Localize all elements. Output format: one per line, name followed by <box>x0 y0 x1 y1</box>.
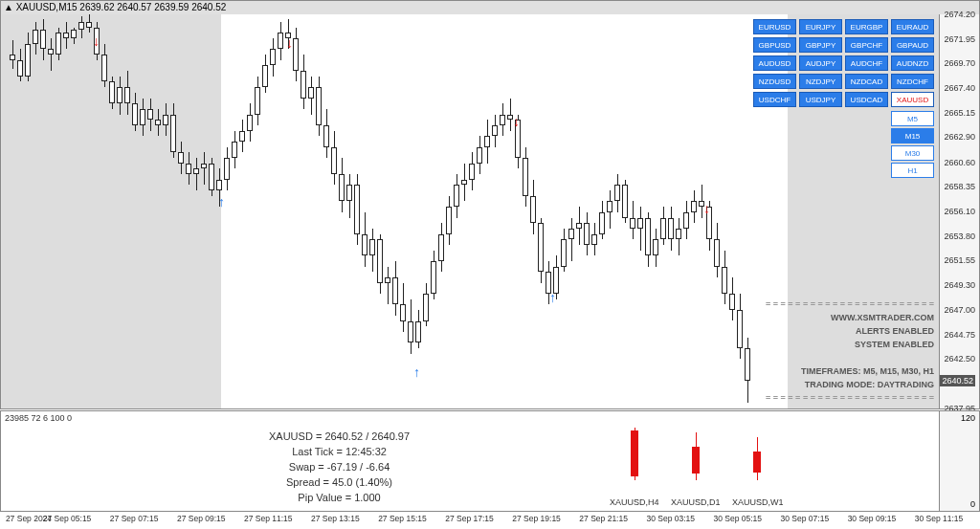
symbol-btn-nzdchf[interactable]: NZDCHF <box>891 74 934 89</box>
indicator-panel: 23985 72 6 100 0 120 0 XAUUSD = 2640.52 … <box>0 410 980 512</box>
indicator-title: 23985 72 6 100 0 <box>5 413 72 423</box>
symbol-btn-usdjpy[interactable]: USDJPY <box>799 92 842 107</box>
chart-title: ▲ XAUUSD,M15 2639.62 2640.57 2639.59 264… <box>4 2 226 12</box>
symbol-btn-gbpusd[interactable]: GBPUSD <box>753 37 796 53</box>
symbol-btn-eurjpy[interactable]: EURJPY <box>799 19 842 34</box>
symbol-btn-audnzd[interactable]: AUDNZD <box>891 55 934 71</box>
info-pip: Pip Value = 1.000 <box>269 490 410 505</box>
info-alerts: ALERTS ENABLED <box>856 326 934 336</box>
symbol-btn-gbpchf[interactable]: GBPCHF <box>845 37 888 53</box>
symbol-btn-gbpjpy[interactable]: GBPJPY <box>799 37 842 53</box>
tf-btn-h1[interactable]: H1 <box>891 163 934 178</box>
symbol-btn-gbpaud[interactable]: GBPAUD <box>891 37 934 53</box>
symbol-btn-eurusd[interactable]: EURUSD <box>753 19 796 34</box>
main-chart-panel: ▲ XAUUSD,M15 2639.62 2640.57 2639.59 264… <box>0 0 980 409</box>
symbol-btn-usdchf[interactable]: USDCHF <box>753 92 796 107</box>
info-timeframes: TIMEFRAMES: M5, M15, M30, H1 <box>801 366 934 376</box>
mtf-d1: XAUUSD,D1 <box>671 423 719 509</box>
tf-btn-m5[interactable]: M5 <box>891 111 934 126</box>
symbol-btn-nzdcad[interactable]: NZDCAD <box>845 74 888 89</box>
symbol-panel: EURUSDEURJPYEURGBPEURAUDGBPUSDGBPJPYGBPC… <box>753 19 934 180</box>
info-center: XAUUSD = 2640.52 / 2640.97 Last Tick = 1… <box>269 429 410 505</box>
symbol-btn-xauusd[interactable]: XAUUSD <box>891 92 934 107</box>
sell-arrow-icon: ↓ <box>513 114 520 129</box>
info-pair: XAUUSD = 2640.52 / 2640.97 <box>269 429 410 444</box>
info-swap: Swap = -67.19 / -6.64 <box>269 459 410 474</box>
indicator-yaxis: 120 0 <box>939 411 979 511</box>
sell-arrow-icon: ↓ <box>703 201 710 216</box>
tf-btn-m30[interactable]: M30 <box>891 145 934 161</box>
symbol-btn-euraud[interactable]: EURAUD <box>891 19 934 34</box>
info-tick: Last Tick = 12:45:32 <box>269 444 410 459</box>
info-divider-top: = = = = = = = = = = = = = = = = = = = = … <box>766 299 934 309</box>
buy-arrow-icon: ↑ <box>549 290 556 305</box>
mtf-w1: XAUUSD,W1 <box>732 423 780 509</box>
sell-arrow-icon: ↓ <box>286 35 293 51</box>
symbol-btn-nzdjpy[interactable]: NZDJPY <box>799 74 842 89</box>
symbol-btn-nzdusd[interactable]: NZDUSD <box>753 74 796 89</box>
buy-arrow-icon: ↑ <box>413 364 420 380</box>
symbol-btn-audusd[interactable]: AUDUSD <box>753 55 796 71</box>
symbol-btn-usdcad[interactable]: USDCAD <box>845 92 888 107</box>
info-divider-bot: = = = = = = = = = = = = = = = = = = = = … <box>766 393 934 403</box>
info-spread: Spread = 45.0 (1.40%) <box>269 474 410 490</box>
buy-arrow-icon: ↑ <box>218 194 225 209</box>
info-site: WWW.XSMTRADER.COM <box>831 313 934 322</box>
sell-arrow-icon: ↓ <box>93 33 100 49</box>
time-axis: 27 Sep 202427 Sep 05:1527 Sep 07:1527 Se… <box>0 512 980 529</box>
tf-btn-m15[interactable]: M15 <box>891 128 934 143</box>
symbol-btn-eurgbp[interactable]: EURGBP <box>845 19 888 34</box>
info-mode: TRADING MODE: DAYTRADING <box>805 380 934 389</box>
mtf-h4: XAUUSD,H4 <box>610 423 657 509</box>
info-system: SYSTEM ENABLED <box>855 340 934 349</box>
symbol-btn-audchf[interactable]: AUDCHF <box>845 55 888 71</box>
price-axis: 2674.202671.952669.702667.402665.152662.… <box>939 14 979 408</box>
symbol-btn-audjpy[interactable]: AUDJPY <box>799 55 842 71</box>
